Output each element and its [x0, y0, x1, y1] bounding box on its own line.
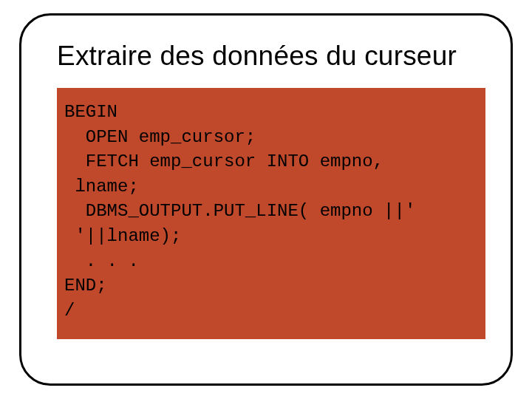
slide-frame-outer: Extraire des données du curseur BEGIN OP… [0, 0, 532, 399]
slide-title: Extraire des données du curseur [57, 41, 488, 72]
slide-frame: Extraire des données du curseur BEGIN OP… [19, 13, 513, 386]
code-block: BEGIN OPEN emp_cursor; FETCH emp_cursor … [57, 88, 485, 339]
